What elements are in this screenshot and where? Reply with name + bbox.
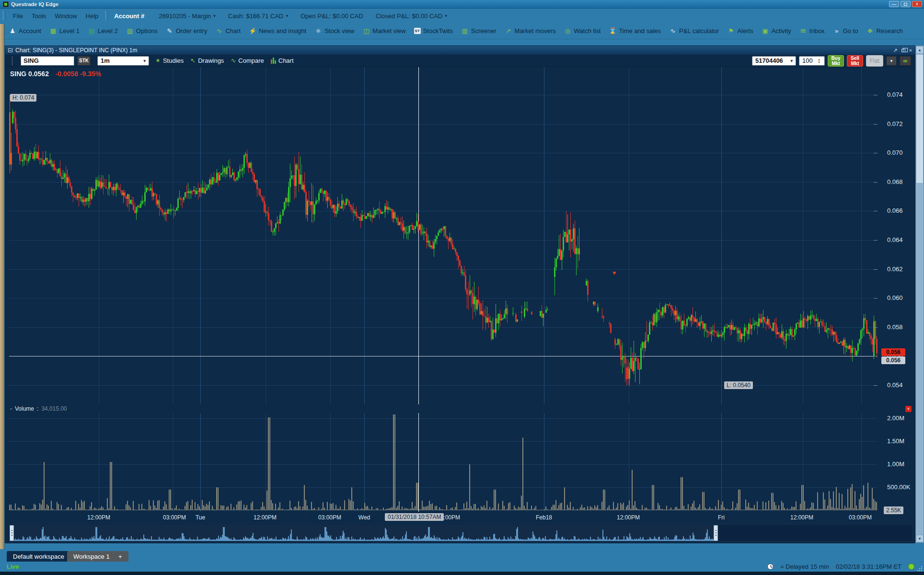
menu-window[interactable]: Window bbox=[50, 11, 81, 21]
minimize-button[interactable]: — bbox=[889, 1, 899, 7]
volume-chart-canvas[interactable] bbox=[9, 413, 878, 512]
legend-symbol-price: SING 0.0562 bbox=[10, 70, 49, 78]
toolbar-item-screener[interactable]: ▥Screener bbox=[461, 27, 497, 34]
account-info-open-p-l[interactable]: Open P&L: $0.00 CAD bbox=[300, 12, 363, 20]
price-tick: 0.068 bbox=[887, 178, 914, 185]
popout-icon[interactable]: ↗ bbox=[893, 47, 897, 54]
chevron-down-icon: ▾ bbox=[286, 13, 288, 18]
vertical-scrollbar[interactable]: ▲ ▼ bbox=[915, 46, 924, 543]
restore-icon[interactable] bbox=[901, 49, 905, 52]
toolbar-item-market-movers[interactable]: ↗Market movers bbox=[505, 27, 556, 34]
order-account-value: 51704406 bbox=[755, 57, 783, 64]
add-workspace-tab[interactable]: + bbox=[112, 551, 128, 562]
screener-icon: ▥ bbox=[461, 27, 469, 34]
chart-tool-chart[interactable]: Chart bbox=[267, 57, 297, 64]
stock-view-icon: ⚛ bbox=[314, 27, 322, 34]
compare-icon: ∿ bbox=[231, 57, 236, 64]
inbox-icon: ✉ bbox=[799, 27, 807, 34]
chart-tool-studies[interactable]: ✶Studies bbox=[152, 57, 187, 64]
maximize-button[interactable] bbox=[901, 1, 911, 7]
account-info-cash[interactable]: Cash: $166.71 CAD▾ bbox=[228, 12, 288, 20]
statusbar: Live = Delayed 15 min 02/02/18 3:31:16PM… bbox=[0, 562, 924, 572]
session-low-label: L: 0.0540 bbox=[724, 381, 753, 389]
scroll-down-icon[interactable]: ▼ bbox=[916, 535, 924, 542]
interval-dropdown[interactable]: 1m ▾ bbox=[97, 56, 149, 66]
chart-toolbar-grip[interactable] bbox=[12, 57, 15, 65]
toolbar-item-order-entry[interactable]: ✎Order entry bbox=[166, 27, 208, 34]
quantity-spin-arrows[interactable]: ▲▼ bbox=[818, 58, 820, 64]
maximize-icon bbox=[904, 3, 907, 6]
pnl-calculator-icon: ∿ bbox=[669, 27, 677, 34]
account-info-closed-p-l[interactable]: Closed P&L: $0.00 CAD▾ bbox=[376, 12, 447, 20]
quantity-stepper[interactable]: ▲▼ bbox=[799, 56, 825, 66]
toolbar-item-label: P&L calculator bbox=[679, 27, 719, 34]
toolbar-item-go-to[interactable]: »Go to bbox=[833, 27, 858, 34]
time-tick: 12:00PM bbox=[77, 514, 120, 521]
navigator-right-handle[interactable] bbox=[714, 525, 718, 541]
chart-window-titlebar[interactable]: Chart: SING(3) - SINGLEPOINT INC (PINX) … bbox=[5, 46, 915, 55]
toolbar-item-news-and-insight[interactable]: ⚡News and insight bbox=[249, 27, 306, 34]
flat-button[interactable]: Flat bbox=[866, 55, 883, 67]
scroll-up-icon[interactable]: ▲ bbox=[916, 46, 924, 54]
sell-market-button[interactable]: Sell Mkt bbox=[847, 55, 863, 67]
toolbar-item-label: Research bbox=[876, 27, 903, 34]
menu-file[interactable]: File bbox=[9, 11, 27, 21]
chart-window-title: Chart: SING(3) - SINGLEPOINT INC (PINX) … bbox=[15, 47, 137, 54]
volume-tick: 2.00M bbox=[887, 414, 914, 422]
toolbar-item-research[interactable]: ❖Research bbox=[866, 27, 903, 34]
toolbar-item-level-1[interactable]: ▦Level 1 bbox=[49, 27, 80, 34]
chart-tool-drawings[interactable]: ↖Drawings bbox=[187, 57, 227, 64]
chart-tool-compare[interactable]: ∿Compare bbox=[227, 57, 267, 64]
toolbar-item-time-and-sales[interactable]: ⌛Time and sales bbox=[609, 27, 661, 34]
buy-market-button[interactable]: Buy Mkt bbox=[828, 55, 844, 67]
toolbar-item-stocktwits[interactable]: STStockTwits bbox=[414, 27, 453, 34]
workspace-tab-default-workspace[interactable]: Default workspace bbox=[7, 551, 70, 562]
toolbar-item-stock-view[interactable]: ⚛Stock view bbox=[314, 27, 354, 34]
level1-icon: ▦ bbox=[49, 27, 57, 34]
toolbar-item-watch-list[interactable]: ◎Watch list bbox=[564, 27, 601, 34]
security-type-button[interactable]: STK bbox=[77, 56, 91, 66]
menu-tools[interactable]: Tools bbox=[27, 11, 50, 21]
price-chart-canvas[interactable] bbox=[9, 67, 878, 404]
volume-value: 34,015.00 bbox=[41, 405, 67, 412]
toolbar-item-label: Watch list bbox=[574, 27, 601, 34]
toolbar-item-p-l-calculator[interactable]: ∿P&L calculator bbox=[669, 27, 719, 34]
link-icon[interactable]: ∞ bbox=[900, 56, 911, 66]
toolbar-item-inbox[interactable]: ✉Inbox bbox=[799, 27, 825, 34]
menubar: FileToolsWindowHelp Account # 26910205 -… bbox=[0, 9, 924, 23]
symbol-input[interactable] bbox=[21, 56, 74, 66]
close-button[interactable]: × bbox=[912, 1, 922, 7]
chart-navigator-canvas[interactable] bbox=[9, 525, 912, 541]
order-account-dropdown[interactable]: 51704406 ▾ bbox=[752, 56, 796, 66]
toolbar-item-market-view[interactable]: ◫Market view bbox=[362, 27, 405, 34]
volume-colon: : bbox=[37, 405, 38, 412]
navigator-left-handle[interactable] bbox=[10, 525, 14, 541]
toolbar-item-alerts[interactable]: ⚑Alerts bbox=[727, 27, 753, 34]
workspace-tab-workspace-1[interactable]: Workspace 1 bbox=[67, 551, 116, 562]
docked-window-edge[interactable] bbox=[0, 24, 4, 564]
account-info-26910205-margin[interactable]: 26910205 - Margin▾ bbox=[159, 12, 216, 20]
workspace-area: Chart: SING(3) - SINGLEPOINT INC (PINX) … bbox=[0, 39, 924, 549]
toolbar-item-account[interactable]: ♟Account bbox=[9, 27, 41, 34]
volume-collapse-toggle[interactable]: - bbox=[10, 405, 12, 412]
scrollbar-thumb[interactable] bbox=[916, 54, 924, 184]
account-bar-grip[interactable] bbox=[105, 12, 108, 20]
studies-icon: ✶ bbox=[155, 57, 161, 64]
window-menu-icon[interactable] bbox=[8, 48, 12, 52]
toolbar-item-chart[interactable]: ∿Chart bbox=[215, 27, 241, 34]
toolbar-item-label: Alerts bbox=[737, 27, 753, 34]
menubar-grip[interactable] bbox=[3, 12, 6, 20]
app-logo-icon bbox=[3, 1, 9, 7]
resize-grip[interactable] bbox=[921, 566, 922, 567]
alerts-icon: ⚑ bbox=[727, 27, 735, 34]
chart-close-icon[interactable]: × bbox=[909, 47, 912, 53]
order-options-dropdown[interactable]: ▾ bbox=[886, 56, 897, 66]
time-tick: Fri bbox=[700, 514, 743, 521]
menu-help[interactable]: Help bbox=[81, 11, 103, 21]
quantity-input[interactable] bbox=[799, 57, 817, 64]
status-datetime: 02/02/18 3:31:16PM ET bbox=[836, 563, 901, 570]
toolbar-item-activity[interactable]: ▣Activity bbox=[762, 27, 791, 34]
toolbar-item-level-2[interactable]: ▤Level 2 bbox=[88, 27, 118, 34]
volume-pane-close-icon[interactable]: × bbox=[905, 406, 912, 412]
toolbar-item-options[interactable]: ▧Options bbox=[126, 27, 158, 34]
